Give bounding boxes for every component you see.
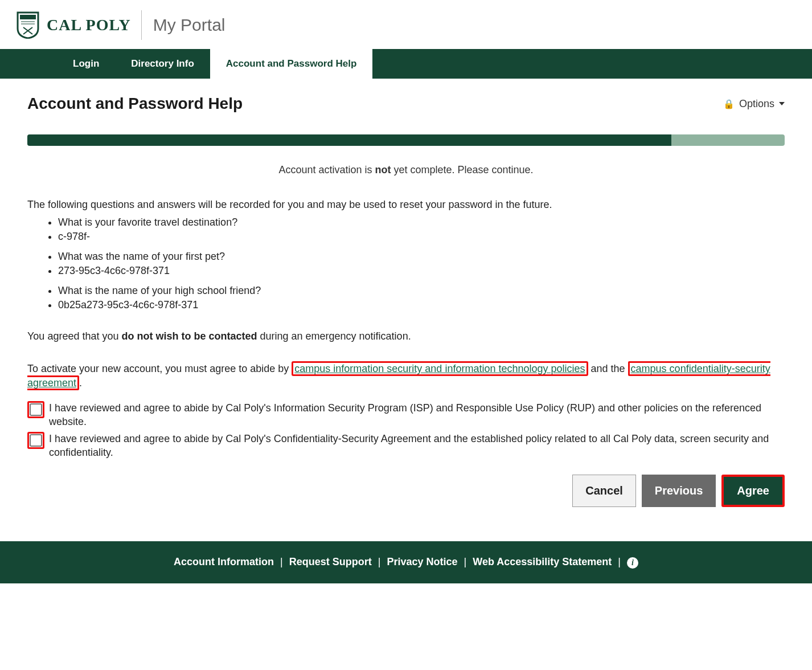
status-bold: not [375,164,391,175]
agreement-text-1: I have reviewed and agree to abide by Ca… [49,401,785,429]
nav-bar: Login Directory Info Account and Passwor… [0,49,812,79]
cancel-button[interactable]: Cancel [572,475,636,507]
footer-link-privacy-notice[interactable]: Privacy Notice [387,556,457,567]
activate-prefix: To activate your new account, you must a… [27,363,292,374]
info-icon[interactable]: i [627,557,638,569]
answer-3: 0b25a273-95c3-4c6c-978f-371 [58,299,785,311]
page-title: Account and Password Help [27,95,243,113]
activate-end: . [79,377,82,389]
status-suffix: yet complete. Please continue. [391,164,533,175]
footer: Account Information | Request Support | … [0,541,812,583]
agreement-row-2: I have reviewed and agree to abide by Ca… [27,432,785,460]
activate-instruction: To activate your new account, you must a… [27,362,785,390]
question-3: What is the name of your high school fri… [58,285,785,297]
emergency-suffix: during an emergency notification. [257,330,411,342]
checkbox-confidentiality[interactable] [30,434,42,447]
header: CAL POLY My Portal [0,0,812,49]
footer-sep: | [280,556,283,567]
agreement-row-1: I have reviewed and agree to abide by Ca… [27,401,785,429]
options-dropdown[interactable]: 🔒 Options [723,98,785,110]
footer-link-account-info[interactable]: Account Information [174,556,274,567]
logo-text: CAL POLY [47,16,131,34]
link-info-security-policies[interactable]: campus information security and informat… [294,363,585,374]
footer-sep: | [464,556,467,567]
question-2: What was the name of your first pet? [58,251,785,263]
qa-list: What is your favorite travel destination… [27,216,785,311]
tab-directory-info[interactable]: Directory Info [115,49,210,79]
answer-1: c-978f- [58,231,785,243]
answer-2: 273-95c3-4c6c-978f-371 [58,265,785,277]
footer-sep: | [378,556,381,567]
main-content: Account and Password Help 🔒 Options Acco… [0,79,812,525]
intro-text: The following questions and answers will… [27,199,785,211]
agree-button[interactable]: Agree [724,477,782,505]
emergency-notice: You agreed that you do not wish to be co… [27,329,785,344]
tab-login[interactable]: Login [57,49,115,79]
previous-button[interactable]: Previous [642,475,716,507]
emergency-prefix: You agreed that you [27,330,121,342]
options-label: Options [739,98,774,110]
agreements: I have reviewed and agree to abide by Ca… [27,401,785,460]
button-row: Cancel Previous Agree [27,475,785,507]
footer-link-accessibility[interactable]: Web Accessibility Statement [473,556,612,567]
divider [141,10,142,40]
agreement-text-2: I have reviewed and agree to abide by Ca… [49,432,785,460]
emergency-bold: do not wish to be contacted [121,330,257,342]
question-1: What is your favorite travel destination… [58,216,785,228]
portal-title: My Portal [153,15,225,35]
chevron-down-icon [779,102,785,105]
calpoly-shield-icon [16,11,40,39]
progress-bar [27,134,785,146]
checkbox-isp-rup[interactable] [30,403,42,416]
svg-rect-0 [20,15,36,19]
activate-mid: and the [588,363,628,374]
footer-link-request-support[interactable]: Request Support [289,556,372,567]
footer-sep: | [618,556,621,567]
lock-icon: 🔒 [723,99,735,109]
status-prefix: Account activation is [278,164,375,175]
tab-account-password-help[interactable]: Account and Password Help [210,49,373,79]
progress-fill [27,134,671,146]
status-message: Account activation is not yet complete. … [27,164,785,176]
